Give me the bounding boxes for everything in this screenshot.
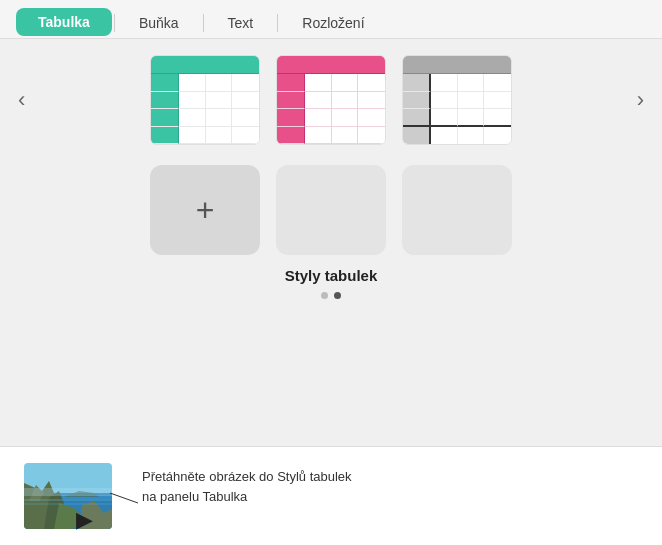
gray-header [403, 56, 511, 74]
svg-line-12 [110, 493, 138, 503]
teal-cell [232, 127, 259, 145]
teal-cell [179, 127, 206, 145]
empty-style-slot-2[interactable] [402, 165, 512, 255]
teal-cell [151, 92, 179, 110]
gray-cell [484, 74, 511, 92]
tab-text[interactable]: Text [206, 8, 276, 38]
teal-cell [179, 92, 206, 110]
section-title: Styly tabulek [285, 267, 378, 284]
dots-indicator [321, 292, 341, 299]
pink-cell [332, 127, 359, 145]
pink-cell [305, 92, 332, 110]
table-thumb-gray[interactable] [402, 55, 512, 145]
chevron-left-button[interactable]: ‹ [10, 85, 33, 115]
pink-cell [358, 127, 385, 145]
teal-cell [206, 109, 233, 127]
pink-cell [305, 74, 332, 92]
pink-cell [277, 74, 305, 92]
teal-header [151, 56, 259, 74]
gray-cell [484, 109, 511, 127]
pink-cell [305, 109, 332, 127]
teal-cell [206, 92, 233, 110]
tab-tabulka[interactable]: Tabulka [16, 8, 112, 36]
pink-cell [277, 109, 305, 127]
teal-cell [232, 92, 259, 110]
callout-line-svg [110, 483, 140, 523]
teal-cell [206, 127, 233, 145]
annotation-text-container: Přetáhněte obrázek do Stylů tabulek na p… [128, 463, 352, 506]
teal-cell [151, 74, 179, 92]
table-thumb-teal[interactable] [150, 55, 260, 145]
teal-cell [232, 109, 259, 127]
pink-cell [358, 109, 385, 127]
gray-cell [484, 127, 511, 145]
gray-cell [484, 92, 511, 110]
drag-image-container: ▶ [24, 463, 112, 529]
chevron-right-button[interactable]: › [629, 85, 652, 115]
gray-cell [458, 109, 485, 127]
pink-cell [277, 92, 305, 110]
style-buttons-row: + [0, 165, 662, 255]
tab-separator-1 [114, 14, 115, 32]
pink-cell [358, 74, 385, 92]
dot-1 [321, 292, 328, 299]
gray-cell [431, 127, 458, 145]
gray-cell [403, 127, 431, 145]
tab-rozlozeni[interactable]: Rozložení [280, 8, 386, 38]
teal-cell [179, 109, 206, 127]
gray-cell [431, 109, 458, 127]
teal-cell [206, 74, 233, 92]
gray-cell [403, 92, 431, 110]
pink-grid [277, 56, 385, 144]
pink-cell [277, 127, 305, 145]
landscape-svg [24, 463, 112, 529]
gray-cell [403, 109, 431, 127]
teal-cell [179, 74, 206, 92]
teal-grid [151, 56, 259, 144]
pink-cell [305, 127, 332, 145]
tab-separator-3 [277, 14, 278, 32]
teal-cell [232, 74, 259, 92]
pink-cell [358, 92, 385, 110]
add-style-button[interactable]: + [150, 165, 260, 255]
annotation-line2: na panelu Tabulka [142, 487, 352, 507]
tab-separator-2 [203, 14, 204, 32]
dot-2 [334, 292, 341, 299]
pink-cell [332, 109, 359, 127]
gray-cell [458, 74, 485, 92]
gray-cell [403, 74, 431, 92]
main-content: ‹ [0, 39, 662, 446]
gray-cell [458, 92, 485, 110]
annotation-line1: Přetáhněte obrázek do Stylů tabulek [142, 467, 352, 487]
pink-cell [332, 92, 359, 110]
pink-cell [332, 74, 359, 92]
svg-rect-9 [24, 499, 112, 501]
teal-cell [151, 127, 179, 145]
teal-cell [151, 109, 179, 127]
empty-style-slot-1[interactable] [276, 165, 386, 255]
svg-rect-11 [24, 488, 112, 496]
gray-cell [431, 92, 458, 110]
gray-cell [431, 74, 458, 92]
gray-cell [458, 127, 485, 145]
gray-grid [403, 56, 511, 144]
thumbnails-row: ‹ [0, 55, 662, 145]
annotation-area: ▶ Přetáhněte obrázek do Stylů tabulek na… [0, 446, 662, 545]
pink-header [277, 56, 385, 74]
drag-image [24, 463, 112, 529]
table-thumb-pink[interactable] [276, 55, 386, 145]
tab-bunka[interactable]: Buňka [117, 8, 201, 38]
svg-rect-10 [24, 503, 112, 505]
tab-bar: Tabulka Buňka Text Rozložení [0, 0, 662, 39]
